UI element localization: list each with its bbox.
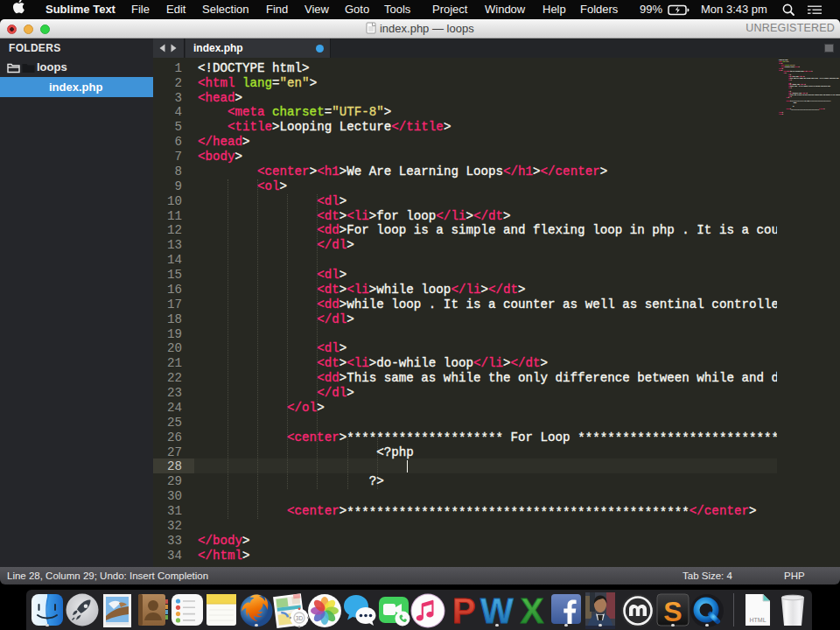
svg-text:P: P: [452, 592, 476, 629]
svg-text:S: S: [663, 596, 682, 627]
svg-text:3D: 3D: [296, 615, 304, 621]
svg-text:HTML: HTML: [749, 617, 766, 623]
svg-text:X: X: [521, 592, 544, 629]
